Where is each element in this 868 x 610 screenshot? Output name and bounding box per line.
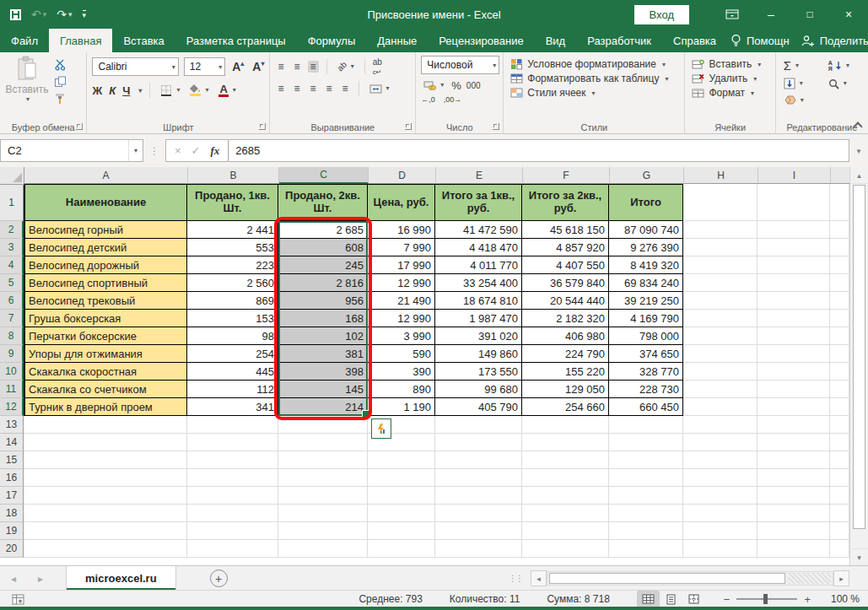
cell-F18[interactable]	[522, 505, 609, 522]
cell-A1[interactable]: Наименование	[24, 184, 187, 221]
cell-C17[interactable]	[278, 487, 368, 505]
column-header-E[interactable]: E	[436, 167, 523, 184]
cell-C3[interactable]: 608	[278, 239, 368, 256]
cell-A12[interactable]: Турник в дверной проем	[24, 398, 187, 416]
row-header-19[interactable]: 19	[0, 522, 24, 540]
ribbon-tab-insert[interactable]: Вставка	[112, 29, 175, 52]
cell-B12[interactable]: 341	[187, 398, 278, 416]
cell-A5[interactable]: Велосипед спортивный	[24, 274, 187, 292]
cell-C16[interactable]	[278, 469, 368, 487]
cell-A10[interactable]: Скакалка скоростная	[24, 363, 187, 381]
row-header-7[interactable]: 7	[0, 310, 24, 327]
cell-E18[interactable]	[435, 505, 522, 522]
row-header-2[interactable]: 2	[0, 221, 24, 239]
cell-D9[interactable]: 590	[368, 345, 435, 363]
cell-I8[interactable]	[757, 327, 830, 345]
horizontal-scrollbar[interactable]: ◂ ▸	[531, 566, 849, 591]
horizontal-scroll-thumb[interactable]	[549, 573, 785, 584]
cell-D1[interactable]: Цена, руб.	[368, 184, 435, 221]
clear-button[interactable]: ▾	[781, 94, 819, 106]
cut-icon[interactable]	[54, 59, 67, 71]
customize-qat-icon[interactable]: ▾	[83, 10, 87, 19]
cell-C2[interactable]: 2 685	[278, 221, 368, 239]
cell-C5[interactable]: 2 816	[278, 274, 368, 292]
cell-D6[interactable]: 21 490	[368, 292, 435, 310]
cell-B8[interactable]: 98	[187, 327, 278, 345]
cell-G18[interactable]	[609, 505, 683, 522]
cell-I11[interactable]	[757, 381, 830, 398]
cell-E20[interactable]	[435, 540, 522, 558]
cell-C19[interactable]	[278, 522, 368, 540]
row-header-3[interactable]: 3	[0, 239, 24, 256]
scroll-down-icon[interactable]: ▾	[850, 548, 868, 565]
cell-I1[interactable]	[757, 184, 830, 221]
cell-F17[interactable]	[522, 487, 609, 505]
cell-E7[interactable]: 1 987 470	[435, 310, 522, 327]
cell-F6[interactable]: 20 544 440	[522, 292, 609, 310]
autosum-button[interactable]: Σ▾	[781, 57, 819, 73]
cell-D19[interactable]	[368, 522, 435, 540]
cell-A13[interactable]	[24, 416, 187, 434]
cell-F19[interactable]	[522, 522, 609, 540]
cell-B20[interactable]	[187, 540, 278, 558]
cell-C1[interactable]: Продано, 2кв. Шт.	[278, 184, 368, 221]
cell-D16[interactable]	[368, 469, 435, 487]
comma-style-icon[interactable]: 000	[466, 81, 481, 90]
grow-font-icon[interactable]: А▴	[230, 60, 245, 73]
scroll-up-icon[interactable]: ▴	[850, 167, 868, 184]
ribbon-tab-data[interactable]: Данные	[366, 29, 428, 52]
cell-D8[interactable]: 3 990	[368, 327, 435, 345]
cell-B2[interactable]: 2 441	[187, 221, 278, 239]
cell-D7[interactable]: 12 990	[368, 310, 435, 327]
cell-H14[interactable]	[683, 434, 757, 451]
zoom-level[interactable]: 100 %	[826, 593, 860, 605]
cell-A16[interactable]	[24, 469, 187, 487]
column-header-F[interactable]: F	[523, 167, 610, 184]
cell-I17[interactable]	[757, 487, 830, 505]
select-all-corner[interactable]	[0, 167, 24, 185]
cell-E8[interactable]: 391 020	[435, 327, 522, 345]
cell-G5[interactable]: 69 834 240	[609, 274, 683, 292]
increase-decimal-icon[interactable]: ←,0	[421, 95, 435, 104]
cell-D5[interactable]: 12 990	[368, 274, 435, 292]
row-header-8[interactable]: 8	[0, 327, 24, 345]
cell-I7[interactable]	[757, 310, 830, 327]
cell-F12[interactable]: 254 660	[522, 398, 609, 416]
zoom-out-icon[interactable]: −	[717, 593, 737, 606]
cell-G16[interactable]	[609, 469, 683, 487]
cell-F11[interactable]: 129 050	[522, 381, 609, 398]
format-as-table-button[interactable]: Форматировать как таблицу▾	[510, 73, 679, 84]
cell-D4[interactable]: 17 990	[368, 256, 435, 274]
cell-E2[interactable]: 41 472 590	[435, 221, 522, 239]
redo-icon[interactable]: ↷▾	[57, 8, 72, 20]
cell-G11[interactable]: 228 730	[609, 381, 683, 398]
column-header-G[interactable]: G	[610, 167, 684, 184]
cell-H5[interactable]	[683, 274, 757, 292]
cell-A8[interactable]: Перчатки боксерские	[24, 327, 187, 345]
decrease-indent-icon[interactable]: ≡	[324, 83, 335, 94]
cell-B11[interactable]: 112	[187, 381, 278, 398]
cell-E1[interactable]: Итого за 1кв., руб.	[435, 184, 522, 221]
cell-I19[interactable]	[757, 522, 830, 540]
cell-D11[interactable]: 890	[368, 381, 435, 398]
align-right-icon[interactable]: ≡	[308, 83, 319, 94]
new-sheet-icon[interactable]: +	[210, 570, 228, 587]
decrease-decimal-icon[interactable]: ,00→	[444, 95, 462, 104]
cell-H15[interactable]	[683, 451, 757, 469]
cell-H13[interactable]	[683, 416, 757, 434]
row-header-17[interactable]: 17	[0, 487, 24, 505]
cell-I12[interactable]	[757, 398, 830, 416]
format-cells-button[interactable]: Формат▾	[692, 87, 769, 99]
cell-G8[interactable]: 798 000	[609, 327, 683, 345]
column-header-A[interactable]: A	[24, 167, 188, 184]
cell-D2[interactable]: 16 990	[368, 221, 435, 239]
cell-H18[interactable]	[683, 505, 757, 522]
cell-G19[interactable]	[609, 522, 683, 540]
fill-button[interactable]: ▾	[781, 76, 819, 91]
cell-B9[interactable]: 254	[187, 345, 278, 363]
find-select-button[interactable]: ▾	[826, 77, 865, 91]
ribbon-display-options-icon[interactable]	[713, 0, 752, 29]
cell-G10[interactable]: 328 770	[609, 363, 683, 381]
bold-button[interactable]: Ж	[92, 84, 102, 97]
macro-record-icon[interactable]	[12, 594, 24, 605]
